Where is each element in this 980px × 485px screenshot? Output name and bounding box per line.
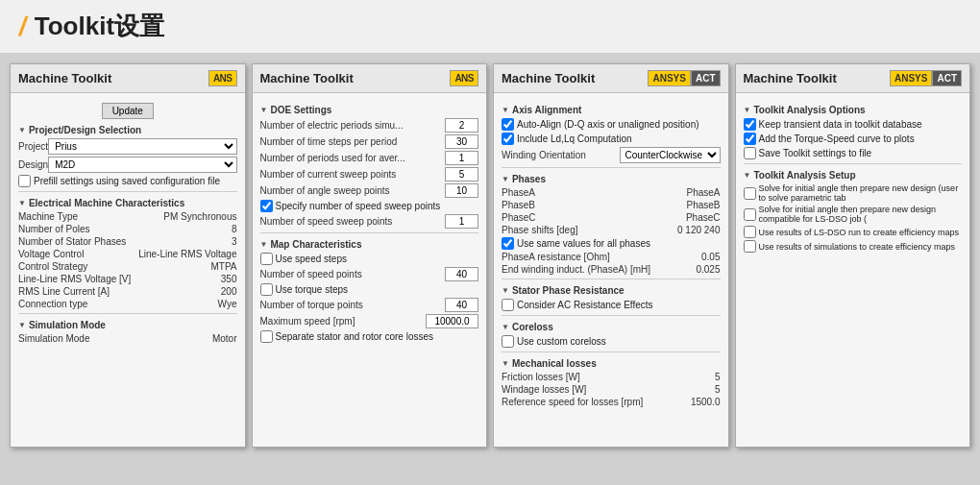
time-steps-input[interactable] xyxy=(445,134,478,149)
winding-orientation-select[interactable]: CounterClockwise xyxy=(620,147,721,163)
phaseA-row: PhaseA PhaseA xyxy=(502,187,721,198)
solve-initial-row1: Solve for initial angle then prepare new… xyxy=(744,183,963,203)
line-voltage-row: Line-Line RMS Voltage [V] 350 xyxy=(18,274,237,284)
solve-initial-checkbox2[interactable] xyxy=(744,208,756,221)
control-strategy-row: Control Strategy MTPA xyxy=(18,261,237,272)
panel-3-body: Axis Alignment Auto-Align (D-Q axis or u… xyxy=(494,93,728,415)
panel-1-body: Update Project/Design Selection Project … xyxy=(11,93,245,352)
stator-phases-row: Number of Stator Phases 3 xyxy=(18,236,237,247)
specify-speed-sweep-checkbox[interactable] xyxy=(260,200,273,212)
auto-align-checkbox[interactable] xyxy=(502,118,514,131)
voltage-control-row: Voltage Control Line-Line RMS Voltage xyxy=(18,249,237,259)
ldlq-row: Include Ld,Lq Computation xyxy=(502,133,721,145)
torque-speed-curve-row: Add the Torque-Speed curve to plots xyxy=(744,133,963,145)
torque-points-input[interactable] xyxy=(445,298,478,312)
section-phases: Phases xyxy=(502,174,721,184)
friction-row: Friction losses [W] 5 xyxy=(502,372,721,382)
ac-resistance-checkbox[interactable] xyxy=(502,299,514,311)
end-winding-row: End winding induct. (PhaseA) [mH] 0.025 xyxy=(502,264,721,275)
current-sweep-input[interactable] xyxy=(445,167,478,182)
section-toolkit-setup: Toolkit Analysis Setup xyxy=(744,170,963,181)
project-row: Project Prius xyxy=(18,138,237,155)
same-values-checkbox[interactable] xyxy=(502,237,514,250)
use-simulations-checkbox[interactable] xyxy=(744,240,756,253)
panel-3-title: Machine Toolkit xyxy=(502,71,595,85)
slash-icon: / xyxy=(16,12,29,42)
prefill-checkbox-row: Prefill settings using saved configurati… xyxy=(18,175,237,187)
electric-periods-row: Number of electric periods simu... xyxy=(260,118,479,133)
separate-losses-checkbox[interactable] xyxy=(260,330,273,343)
panel-3-header: Machine Toolkit ANSYS ACT xyxy=(494,64,728,93)
machine-type-row: Machine Type PM Synchronous xyxy=(18,211,237,222)
max-speed-row: Maximum speed [rpm] xyxy=(260,314,479,328)
solve-initial-checkbox1[interactable] xyxy=(744,187,756,200)
ansys-logo-1: ANS xyxy=(208,70,237,86)
keep-transient-checkbox[interactable] xyxy=(744,118,756,131)
section-toolkit-options: Toolkit Analysis Options xyxy=(744,105,963,115)
design-select[interactable]: M2D xyxy=(48,157,236,173)
project-select[interactable]: Prius xyxy=(48,138,236,155)
panel-4-body: Toolkit Analysis Options Keep transient … xyxy=(736,93,970,260)
angle-sweep-input[interactable] xyxy=(445,183,478,198)
rms-current-row: RMS Line Current [A] 200 xyxy=(18,286,237,297)
custom-coreloss-checkbox[interactable] xyxy=(502,335,514,348)
speed-sweep-input[interactable] xyxy=(445,214,478,229)
ldlq-checkbox[interactable] xyxy=(502,133,514,145)
use-simulations-row: Use results of simulations to create eff… xyxy=(744,240,963,253)
phase-shifts-row: Phase shifts [deg] 0 120 240 xyxy=(502,225,721,235)
prefill-checkbox[interactable] xyxy=(18,175,31,187)
separate-losses-row: Separate stator and rotor core losses xyxy=(260,330,479,343)
ansys-act-logo-4: ANSYS ACT xyxy=(890,70,962,86)
section-simulation: Simulation Mode xyxy=(18,320,237,330)
max-speed-input[interactable] xyxy=(426,314,478,328)
main-area: Machine Toolkit ANS Update Project/Desig… xyxy=(0,54,980,485)
winding-orientation-row: Winding Orientation CounterClockwise xyxy=(502,147,721,163)
use-speed-steps-checkbox[interactable] xyxy=(260,253,273,265)
panel-4-header: Machine Toolkit ANSYS ACT xyxy=(736,64,970,93)
current-sweep-row: Number of current sweep points xyxy=(260,167,479,182)
simulation-mode-row: Simulation Mode Motor xyxy=(18,333,237,344)
keep-transient-row: Keep transient data in toolkit database xyxy=(744,118,963,131)
custom-coreloss-row: Use custom coreloss xyxy=(502,335,721,348)
section-map: Map Characteristics xyxy=(260,239,479,250)
save-toolkit-checkbox[interactable] xyxy=(744,147,756,159)
panel-2-title: Machine Toolkit xyxy=(260,71,354,85)
save-toolkit-row: Save Toolkit settings to file xyxy=(744,147,963,159)
section-stator: Stator Phase Resistance xyxy=(502,285,721,296)
panel-3: Machine Toolkit ANSYS ACT Axis Alignment… xyxy=(493,63,729,448)
section-coreloss: Coreloss xyxy=(502,322,721,332)
connection-type-row: Connection type Wye xyxy=(18,299,237,309)
angle-sweep-row: Number of angle sweep points xyxy=(260,183,479,198)
panel-2-body: DOE Settings Number of electric periods … xyxy=(253,93,487,351)
panel-2: Machine Toolkit ANS DOE Settings Number … xyxy=(252,63,488,448)
ac-resistance-row: Consider AC Resistance Effects xyxy=(502,299,721,311)
page-title: Toolkit设置 xyxy=(35,10,164,43)
time-steps-row: Number of time steps per period xyxy=(260,134,479,149)
auto-align-row: Auto-Align (D-Q axis or unaligned positi… xyxy=(502,118,721,131)
periods-aver-input[interactable] xyxy=(445,151,478,165)
poles-row: Number of Poles 8 xyxy=(18,224,237,234)
torque-speed-curve-checkbox[interactable] xyxy=(744,133,756,145)
electric-periods-input[interactable] xyxy=(445,118,478,133)
ansys-logo-2: ANS xyxy=(450,70,478,86)
phaseB-row: PhaseB PhaseB xyxy=(502,200,721,210)
speed-points-row: Number of speed points xyxy=(260,267,479,281)
section-mechanical: Mechanical losses xyxy=(502,358,721,369)
section-project: Project/Design Selection xyxy=(18,125,237,135)
torque-points-row: Number of torque points xyxy=(260,298,479,312)
ansys-act-logo-3: ANSYS ACT xyxy=(648,70,720,86)
use-lsdso-checkbox[interactable] xyxy=(744,226,756,238)
speed-points-input[interactable] xyxy=(445,267,478,281)
use-torque-steps-checkbox[interactable] xyxy=(260,283,273,296)
speed-sweep-row: Number of speed sweep points xyxy=(260,214,479,229)
panel-4-title: Machine Toolkit xyxy=(744,71,837,85)
specify-speed-sweep-row: Specify number of speed sweep points xyxy=(260,200,479,212)
panel-1: Machine Toolkit ANS Update Project/Desig… xyxy=(10,63,246,448)
phaseA-resistance-row: PhaseA resistance [Ohm] 0.05 xyxy=(502,252,721,262)
page-header: / Toolkit设置 xyxy=(0,0,980,54)
section-axis: Axis Alignment xyxy=(502,105,721,115)
solve-initial-row2: Solve for initial angle then prepare new… xyxy=(744,205,963,224)
phaseC-row: PhaseC PhaseC xyxy=(502,212,721,223)
use-speed-steps-row: Use speed steps xyxy=(260,253,479,265)
update-button[interactable]: Update xyxy=(102,103,154,119)
